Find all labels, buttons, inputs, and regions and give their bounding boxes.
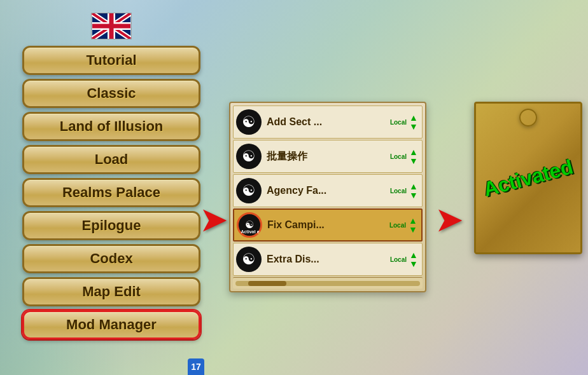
mod-name-extra-dis: Extra Dis...	[267, 254, 390, 265]
arrow-up[interactable]: ▲	[409, 113, 418, 122]
sort-arrows-add-sect[interactable]: ▲▼	[408, 113, 419, 131]
right-red-arrow: ➤	[436, 202, 461, 238]
mod-list: ☯Add Sect ...Local▲▼☯批量操作Local▲▼☯Agency …	[233, 106, 423, 276]
mod-badge-fix-campi: Local	[389, 222, 406, 229]
arrow-down[interactable]: ▼	[409, 259, 418, 268]
arrow-up[interactable]: ▲	[409, 216, 417, 225]
mod-badge-extra-dis: Local	[390, 256, 407, 263]
mod-manager-panel: ☯Add Sect ...Local▲▼☯批量操作Local▲▼☯Agency …	[229, 102, 426, 292]
mod-name-add-sect: Add Sect ...	[267, 116, 390, 128]
sort-arrows-batch-ops[interactable]: ▲▼	[408, 147, 419, 165]
mod-item-add-sect[interactable]: ☯Add Sect ...Local▲▼	[233, 106, 423, 139]
scrollbar-track	[235, 281, 420, 286]
mod-name-agency-fa: Agency Fa...	[267, 185, 390, 196]
menu-btn-mod-manager[interactable]: Mod Manager	[22, 310, 200, 339]
arrow-down[interactable]: ▼	[409, 191, 418, 200]
scrollbar-thumb	[248, 281, 286, 286]
menu-btn-load[interactable]: Load	[22, 145, 200, 174]
arrow-down[interactable]: ▼	[409, 122, 418, 131]
mod-badge-add-sect: Local	[390, 119, 407, 126]
menu-btn-classic[interactable]: Classic	[22, 79, 200, 108]
mod-item-fix-campi[interactable]: ☯Activat eFix Campi...Local▲▼	[233, 208, 423, 242]
menu-btn-land-of-illusion[interactable]: Land of Illusion	[22, 112, 200, 141]
left-menu-panel: TutorialClassicLand of IllusionLoadRealm…	[13, 13, 210, 339]
sort-arrows-agency-fa[interactable]: ▲▼	[408, 182, 419, 200]
mod-item-batch-ops[interactable]: ☯批量操作Local▲▼	[233, 140, 423, 173]
menu-btn-map-edit[interactable]: Map Edit	[22, 277, 200, 306]
activated-panel: Activated	[474, 102, 582, 254]
mod-icon-batch-ops: ☯	[236, 144, 262, 169]
activated-label: Activated	[481, 156, 575, 200]
arrow-up[interactable]: ▲	[409, 250, 418, 259]
arrow-down[interactable]: ▼	[409, 225, 417, 234]
sort-arrows-extra-dis[interactable]: ▲▼	[408, 250, 419, 268]
left-red-arrow: ➤	[200, 202, 226, 238]
mod-name-batch-ops: 批量操作	[267, 150, 390, 163]
uk-flag[interactable]	[91, 13, 132, 39]
mod-badge-agency-fa: Local	[390, 188, 407, 194]
mod-icon-agency-fa: ☯	[236, 178, 262, 203]
menu-buttons: TutorialClassicLand of IllusionLoadRealm…	[13, 46, 210, 339]
arrow-up[interactable]: ▲	[409, 182, 418, 191]
number-badge: 17	[188, 358, 204, 375]
arrow-up[interactable]: ▲	[409, 147, 418, 156]
menu-btn-realms-palace[interactable]: Realms Palace	[22, 178, 200, 207]
mod-item-agency-fa[interactable]: ☯Agency Fa...Local▲▼	[233, 174, 423, 207]
menu-btn-tutorial[interactable]: Tutorial	[22, 46, 200, 75]
mod-name-fix-campi: Fix Campi...	[267, 219, 389, 231]
mod-badge-batch-ops: Local	[390, 153, 407, 160]
mod-icon-fix-campi: ☯Activat e	[237, 212, 262, 238]
menu-btn-codex[interactable]: Codex	[22, 244, 200, 273]
menu-btn-epilogue[interactable]: Epilogue	[22, 211, 200, 240]
sort-arrows-fix-campi[interactable]: ▲▼	[407, 216, 419, 234]
mod-icon-add-sect: ☯	[236, 109, 262, 135]
mod-icon-extra-dis: ☯	[236, 247, 262, 272]
arrow-down[interactable]: ▼	[409, 156, 418, 165]
scrollbar[interactable]	[233, 277, 423, 289]
mod-item-extra-dis[interactable]: ☯Extra Dis...Local▲▼	[233, 243, 423, 276]
